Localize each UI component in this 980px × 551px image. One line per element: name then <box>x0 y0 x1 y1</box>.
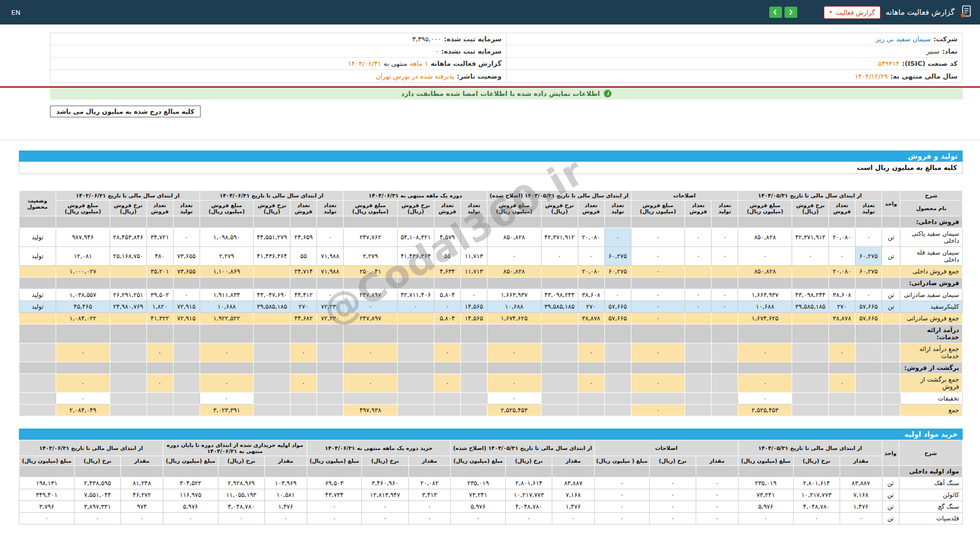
column-header: تعداد فروش <box>829 201 855 216</box>
column-header: تعداد تولید <box>712 201 738 216</box>
empty-cell <box>855 216 882 228</box>
value-cell: ۲۷۰ <box>829 301 855 313</box>
value-cell: ۰ <box>552 513 595 524</box>
report-type-button[interactable]: گزارش فعالیت ▾ <box>824 6 880 19</box>
empty-cell <box>685 324 712 343</box>
column-group-header: از ابتدای سال مالی تا تاریخ ۱۴۰۴/۰۵/۳۱ (… <box>487 191 631 201</box>
empty-cell <box>792 362 829 374</box>
value-cell <box>460 393 487 405</box>
value-cell <box>541 393 578 405</box>
empty-cell <box>344 324 398 343</box>
info-value: ۳,۳۹۵,۰۰۰ <box>412 35 442 43</box>
value-cell: ۸۵۰,۸۲۸ <box>738 228 792 247</box>
column-header: مبلغ فروش (میلیون ریال) <box>487 201 541 216</box>
company-info-left: سرمایه ثبت شده:۳,۳۹۵,۰۰۰سرمایه ثبت نشده:… <box>51 33 506 82</box>
info-label: گزارش فعالیت ماهانه <box>431 60 502 67</box>
value-cell: ۱۱۶,۹۷۵ <box>163 489 218 501</box>
value-cell: ۰ <box>434 374 460 393</box>
value-cell: ۱۲,۸۱۳,۹۴۷ <box>362 489 408 501</box>
column-header: نرخ فروش (ریال) <box>398 201 434 216</box>
value-cell: ۴۵,۴۶۵ <box>56 301 110 313</box>
value-cell: ۰ <box>738 343 792 362</box>
value-cell: ۰ <box>829 247 855 266</box>
row-label: سنگ گچ <box>899 501 962 513</box>
top-bar-right: گزارش فعالیت ماهانه گزارش فعالیت ▾ <box>769 5 973 20</box>
column-group-header: خرید دوره یک ماهه منتهی به ۱۴۰۴/۰۶/۳۱ <box>307 440 451 456</box>
value-cell <box>110 313 146 324</box>
empty-cell <box>307 466 362 478</box>
unit-cell: تن <box>882 501 899 513</box>
empty-cell <box>855 324 882 343</box>
value-cell: ۴۱,۴۳۶,۳۶۴ <box>398 247 434 266</box>
value-cell: ۰ <box>121 513 163 524</box>
column-group-header: از ابتدای سال مالی تا تاریخ ۱۴۰۳/۰۶/۳۱ <box>56 191 200 201</box>
value-cell: ۰ <box>738 374 792 393</box>
column-header: شرح <box>900 191 962 201</box>
value-cell: ۴۴,۴۱۲ <box>290 289 317 301</box>
section-row: برگشت از فروش: <box>19 362 963 374</box>
table-row: سنگ آهکتن۸۳,۸۸۷۲,۸۰۱,۶۱۴۲۳۵,۰۱۹۰۰۰۸۳,۸۸۷… <box>19 478 963 489</box>
next-report-button[interactable] <box>769 7 782 18</box>
value-cell: ۴۳,۰۹۸,۲۴۴ <box>541 289 578 301</box>
empty-cell <box>829 324 855 343</box>
value-cell: ۰ <box>307 513 362 524</box>
value-cell: ۰ <box>649 513 696 524</box>
empty-cell <box>578 216 604 228</box>
language-switch[interactable]: EN <box>7 9 24 16</box>
value-cell: ۳,۷۹۶ <box>19 501 75 513</box>
empty-cell <box>344 362 398 374</box>
value-cell <box>712 313 738 324</box>
row-label: جمع <box>900 405 962 416</box>
column-header: مبلغ فروش (میلیون ریال) <box>631 201 685 216</box>
value-cell: ۲۰,۰۸۰ <box>829 228 855 247</box>
value-cell <box>398 343 434 362</box>
value-cell <box>290 405 317 416</box>
value-cell <box>541 405 578 416</box>
empty-cell <box>829 362 855 374</box>
info-value[interactable]: سیمان سفید نی ریز <box>876 35 931 43</box>
value-cell: ۰ <box>712 228 738 247</box>
value-cell: ۳۸,۶۰۸ <box>829 289 855 301</box>
empty-cell <box>541 278 578 289</box>
empty-cell <box>685 216 712 228</box>
empty-cell <box>56 278 110 289</box>
value-cell: ۴,۰۴۸,۷۸۰ <box>793 501 840 513</box>
empty-cell <box>434 278 460 289</box>
column-header: تعداد تولید <box>173 201 200 216</box>
value-cell <box>712 374 738 393</box>
empty-cell <box>146 216 173 228</box>
status-cell <box>19 374 56 393</box>
value-cell: ۴۹۷,۹۳۸ <box>344 405 398 416</box>
value-cell <box>685 266 712 278</box>
value-cell: ۰ <box>829 374 855 393</box>
value-cell <box>173 343 200 362</box>
value-cell: ۲۸,۴۵۳,۸۴۶ <box>110 228 146 247</box>
value-cell: ۳۸,۶۰۸ <box>578 289 604 301</box>
value-cell: ۶۰,۲۷۵ <box>855 266 882 278</box>
value-cell: ۰ <box>685 247 712 266</box>
empty-cell <box>696 466 738 478</box>
value-cell <box>792 393 829 405</box>
unit-cell <box>882 266 900 278</box>
prev-report-button[interactable] <box>785 7 797 18</box>
value-cell: ۰ <box>696 501 738 513</box>
value-cell <box>604 343 631 362</box>
column-header: نام محصول <box>900 201 962 216</box>
info-icon: i <box>604 90 611 97</box>
column-header: مبلغ فروش (میلیون ریال) <box>738 201 792 216</box>
value-cell: ۱,۴۷۶ <box>552 501 595 513</box>
empty-cell <box>254 278 290 289</box>
empty-cell <box>290 362 317 374</box>
empty-cell <box>200 362 254 374</box>
value-cell: ۴۳,۷۳۴ <box>307 489 362 501</box>
value-cell: ۱,۶۶۳,۹۳۷ <box>738 289 792 301</box>
empty-cell <box>200 324 254 343</box>
info-row: سال مالی منتهی به:۱۴۰۴/۱۲/۲۹ <box>507 70 963 82</box>
column-header: تعداد فروش <box>578 201 604 216</box>
row-label: فلدسپات <box>899 513 962 524</box>
info-value: ۰ <box>435 47 438 55</box>
empty-cell <box>460 278 487 289</box>
empty-cell <box>56 324 110 343</box>
value-cell: ۰ <box>604 289 631 301</box>
materials-table: شرحواحداز ابتدای سال مالی تا تاریخ ۱۴۰۴/… <box>19 440 963 524</box>
